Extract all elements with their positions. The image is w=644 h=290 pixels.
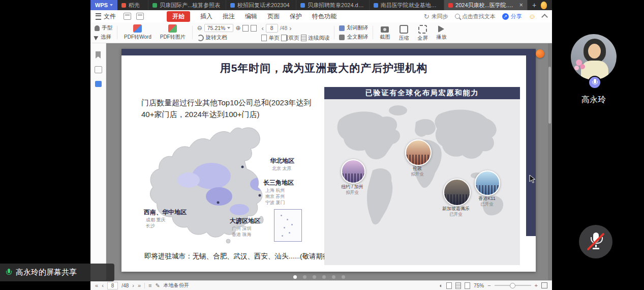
wps-assistant-icon[interactable] <box>536 49 544 58</box>
rotate-document-button[interactable]: 旋转文档 <box>197 34 257 41</box>
pdf-to-word-label: PDF转Word <box>124 34 151 41</box>
continuous-view-icon[interactable] <box>455 282 461 289</box>
menu-tab-page[interactable]: 页面 <box>267 12 280 21</box>
pdf-to-image-button[interactable]: PDF转图片 <box>158 24 188 41</box>
region-cities: 香港 珠海 <box>232 231 260 238</box>
bookmark-icon[interactable] <box>96 51 101 59</box>
pdf-to-word-button[interactable]: PDF转Word <box>122 24 154 41</box>
tab-recruit-doc[interactable]: 贝康招聘简章2024.docx <box>296 0 370 10</box>
zoom-in-icon[interactable]: + <box>535 283 538 288</box>
mute-button[interactable] <box>579 225 612 258</box>
collapse-ribbon-icon[interactable] <box>541 14 548 20</box>
menu-tab-start[interactable]: 开始 <box>167 11 190 22</box>
pager-dot[interactable] <box>332 275 335 279</box>
screen-share-indicator[interactable]: 高永玲的屏幕共享 <box>0 264 114 281</box>
last-page-icon[interactable]: » <box>138 283 141 288</box>
feedback-smiley-icon[interactable]: ☺ <box>529 13 536 20</box>
tab-docer[interactable]: 稻壳 <box>117 0 148 10</box>
tab-label: 校招回复话术202304 <box>237 2 290 9</box>
scrollbar-thumb[interactable] <box>548 67 551 124</box>
file-menu-button[interactable]: 文件 <box>90 10 121 22</box>
menu-tab-protect[interactable]: 保护 <box>290 12 302 21</box>
prev-page-icon[interactable]: ‹ <box>261 25 263 32</box>
prev-page-icon[interactable]: ‹ <box>102 283 104 288</box>
zoom-out-icon[interactable]: − <box>487 283 490 288</box>
pager-dot-active[interactable] <box>293 275 297 279</box>
menu-tab-features[interactable]: 特色功能 <box>312 12 336 21</box>
contents-icon[interactable]: ≡ <box>148 283 151 288</box>
menu-tab-comment[interactable]: 批注 <box>223 12 235 21</box>
comment-panel-icon[interactable] <box>95 81 102 87</box>
next-page-icon[interactable]: › <box>289 25 291 32</box>
play-button[interactable]: 播放 <box>434 24 448 41</box>
double-page-toggle[interactable]: 双页 <box>281 35 299 42</box>
pager-dot[interactable] <box>313 275 316 279</box>
next-page-icon[interactable]: › <box>132 283 134 288</box>
zoom-slider[interactable] <box>495 285 531 286</box>
fit-page-icon[interactable] <box>251 25 257 32</box>
zoom-level-dropdown[interactable]: 75.21% <box>204 24 234 32</box>
tab-agreement-doc[interactable]: 南昌医学院就业基地协议 <box>370 0 444 10</box>
menu-tab-edit[interactable]: 编辑 <box>245 12 257 21</box>
screenshot-button[interactable]: 截图 <box>378 25 392 41</box>
file-menu-label: 文件 <box>104 12 116 21</box>
vertical-scrollbar[interactable] <box>548 43 551 280</box>
book-view-icon[interactable] <box>465 282 470 289</box>
print-icon[interactable] <box>136 13 144 20</box>
new-tab-button[interactable]: + <box>528 0 541 10</box>
close-icon[interactable]: × <box>519 2 523 8</box>
region-cities: 北京 太原 <box>272 165 294 171</box>
fullscreen-toggle-icon[interactable] <box>541 282 547 288</box>
zoom-slider-thumb[interactable] <box>510 283 515 288</box>
play-icon <box>438 25 444 33</box>
wps-app-button[interactable]: WPS <box>90 0 117 10</box>
export-icon[interactable] <box>95 66 102 73</box>
tab-reply-doc[interactable]: 校招回复话术202304 <box>226 0 296 10</box>
single-page-toggle[interactable]: 单页 <box>261 35 279 42</box>
egg-promo-icon[interactable] <box>541 2 547 9</box>
fit-width-icon[interactable] <box>242 25 249 32</box>
region-cities: 长沙 <box>146 223 187 229</box>
eye-protect-icon[interactable]: ◐ <box>439 283 443 288</box>
zoom-out-icon[interactable]: ⊖ <box>197 25 202 31</box>
pager-dot[interactable] <box>303 275 306 279</box>
participant-video-avatar[interactable] <box>571 34 617 80</box>
region-name: 华北地区 <box>270 157 294 165</box>
share-button[interactable]: ↗ 分享 <box>502 13 522 20</box>
region-greater-bay: 大湾区地区 广州 深圳 香港 珠海 <box>230 217 260 238</box>
full-translate-button[interactable]: 全文翻译 <box>339 34 368 41</box>
zoom-percent[interactable]: 75% <box>474 283 484 288</box>
location-status: 已开业 <box>436 212 476 217</box>
compress-label: 压缩 <box>398 35 409 42</box>
first-page-icon[interactable]: « <box>95 283 98 288</box>
pager-dot[interactable] <box>342 275 345 279</box>
pdf-document-area[interactable]: 用5年时间，成为亚洲最大的产后护理机构 门店数量超过行业其他Top10公司总和(… <box>106 43 552 280</box>
zoom-in-icon[interactable]: ⊕ <box>235 25 240 31</box>
single-view-icon[interactable] <box>446 282 452 289</box>
edit-pen-icon[interactable]: ✎ <box>155 283 160 288</box>
participant-name: 高永玲 <box>563 95 624 105</box>
tab-sheet-doc[interactable]: 贝康国际产...核算参照表 <box>148 0 226 10</box>
page-number-input[interactable]: 8 <box>266 24 278 33</box>
select-tool-button[interactable]: 选择 <box>95 34 112 41</box>
tab-active-pdf[interactable]: 2024贝康校...医学院.pdf × <box>444 0 528 10</box>
word-translate-button[interactable]: 划词翻译 <box>339 24 368 32</box>
save-icon[interactable] <box>124 13 131 20</box>
continuous-read-toggle[interactable]: 连续阅读 <box>301 35 329 42</box>
mic-active-icon <box>6 269 12 277</box>
region-cities: 成都 重庆 <box>146 217 187 223</box>
page-input[interactable]: 8 <box>107 282 118 289</box>
sync-status[interactable]: ↻ 未同步 <box>424 13 448 20</box>
pager-dot[interactable] <box>322 275 326 279</box>
compress-button[interactable]: 压缩 <box>396 24 411 42</box>
document-icon <box>300 3 305 8</box>
hand-tool-button[interactable]: 手型 <box>95 24 112 32</box>
menu-tab-insert[interactable]: 插入 <box>200 12 212 21</box>
local-backup-status[interactable]: 本地备份开 <box>164 282 189 289</box>
fullscreen-button[interactable]: 全屏 <box>415 24 430 42</box>
fullscreen-label: 全屏 <box>417 35 427 42</box>
find-text-button[interactable]: 点击查找文本 <box>455 13 496 20</box>
location-name: 香港K11 <box>467 196 507 201</box>
menu-right-tools: ↻ 未同步 点击查找文本 ↗ 分享 ☺ <box>424 13 552 20</box>
south-china-sea-inset <box>274 209 302 242</box>
